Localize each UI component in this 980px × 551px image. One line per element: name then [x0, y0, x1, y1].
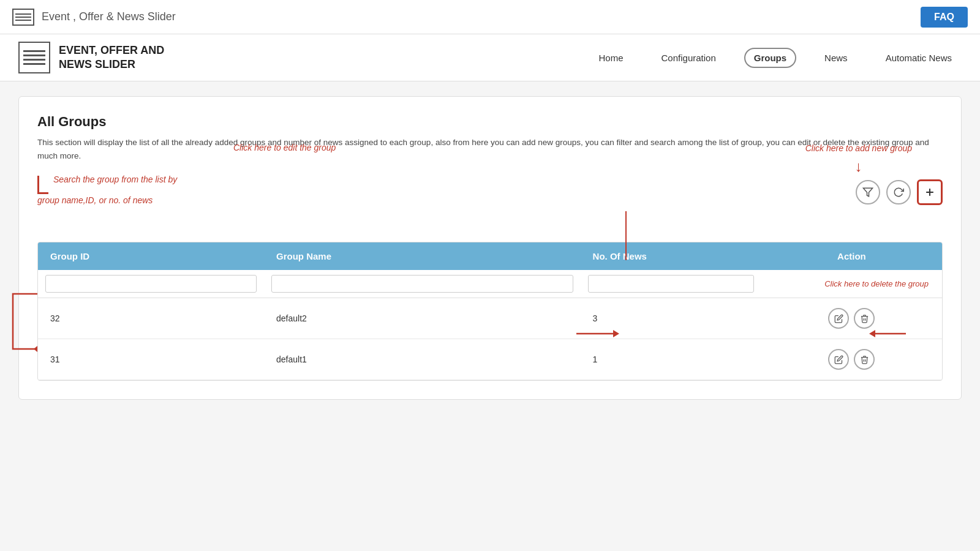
- edit-annotation: Click here to edit the group: [233, 143, 336, 152]
- row2-delete-button[interactable]: [854, 349, 875, 370]
- nav-links: Home Configuration Groups News Automatic…: [589, 48, 962, 68]
- card-title: All Groups: [37, 114, 943, 130]
- svg-marker-0: [864, 188, 873, 197]
- col-group-id: Group ID: [38, 242, 264, 270]
- row1-actions: [761, 298, 942, 339]
- brand-icon: [18, 42, 50, 73]
- filter-group-id-cell: [38, 270, 264, 298]
- row2-edit-button[interactable]: [828, 349, 849, 370]
- header-nav: EVENT, OFFER AND NEWS SLIDER Home Config…: [0, 34, 980, 81]
- add-group-button[interactable]: [917, 179, 943, 205]
- filter-row: Click here to delete the group: [38, 270, 942, 298]
- row1-name: default2: [264, 298, 581, 339]
- filter-action-cell: Click here to delete the group: [761, 270, 942, 298]
- row1-edit-button[interactable]: [828, 308, 849, 329]
- filter-group-name-cell: [264, 270, 581, 298]
- top-bar: Event , Offer & News Slider FAQ: [0, 0, 980, 34]
- table-container: Group ID Group Name No. Of News Action: [37, 242, 943, 381]
- col-no-of-news: No. Of News: [581, 242, 761, 270]
- col-action: Action: [761, 242, 942, 270]
- main-content: All Groups This section will display the…: [0, 81, 980, 414]
- groups-card: All Groups This section will display the…: [18, 96, 962, 400]
- refresh-button[interactable]: [886, 180, 911, 204]
- groups-table-wrapper: Group ID Group Name No. Of News Action: [37, 242, 943, 381]
- nav-groups[interactable]: Groups: [744, 48, 796, 68]
- left-bracket-annotation: [7, 291, 40, 354]
- svg-marker-5: [613, 330, 619, 337]
- row2-actions: [761, 339, 942, 380]
- top-bar-left: Event , Offer & News Slider: [12, 9, 176, 26]
- table-header-row: Group ID Group Name No. Of News Action: [38, 242, 942, 270]
- filter-news-count-input[interactable]: [588, 275, 754, 293]
- nav-configuration[interactable]: Configuration: [652, 48, 726, 68]
- delete-arrow-annotation: [869, 321, 906, 348]
- svg-marker-7: [869, 330, 875, 337]
- groups-table: Group ID Group Name No. Of News Action: [38, 242, 942, 380]
- col-group-name: Group Name: [264, 242, 581, 270]
- brand-title: EVENT, OFFER AND NEWS SLIDER: [59, 43, 164, 72]
- filter-group-name-input[interactable]: [271, 275, 573, 293]
- table-row: 31 default1 1: [38, 339, 942, 380]
- edit-arrow-annotation: [576, 321, 625, 348]
- app-icon: [12, 9, 34, 26]
- filter-button[interactable]: [856, 180, 880, 204]
- table-row: 32 default2 3: [38, 298, 942, 339]
- filter-news-count-cell: [581, 270, 761, 298]
- nav-news[interactable]: News: [815, 48, 858, 68]
- toolbar: [37, 173, 943, 205]
- faq-button[interactable]: FAQ: [921, 7, 968, 28]
- add-group-annotation: Click here to add new group ↓: [805, 143, 912, 176]
- delete-annotation: Click here to delete the group: [769, 279, 935, 288]
- filter-group-id-input[interactable]: [45, 275, 257, 293]
- edit-vertical-line: [625, 211, 627, 260]
- svg-marker-3: [34, 346, 37, 352]
- brand: EVENT, OFFER AND NEWS SLIDER: [18, 42, 164, 73]
- nav-home[interactable]: Home: [589, 48, 633, 68]
- app-title: Event , Offer & News Slider: [42, 10, 176, 23]
- row2-name: default1: [264, 339, 581, 380]
- nav-automatic-news[interactable]: Automatic News: [876, 48, 962, 68]
- row1-id: 32: [38, 298, 264, 339]
- row2-id: 31: [38, 339, 264, 380]
